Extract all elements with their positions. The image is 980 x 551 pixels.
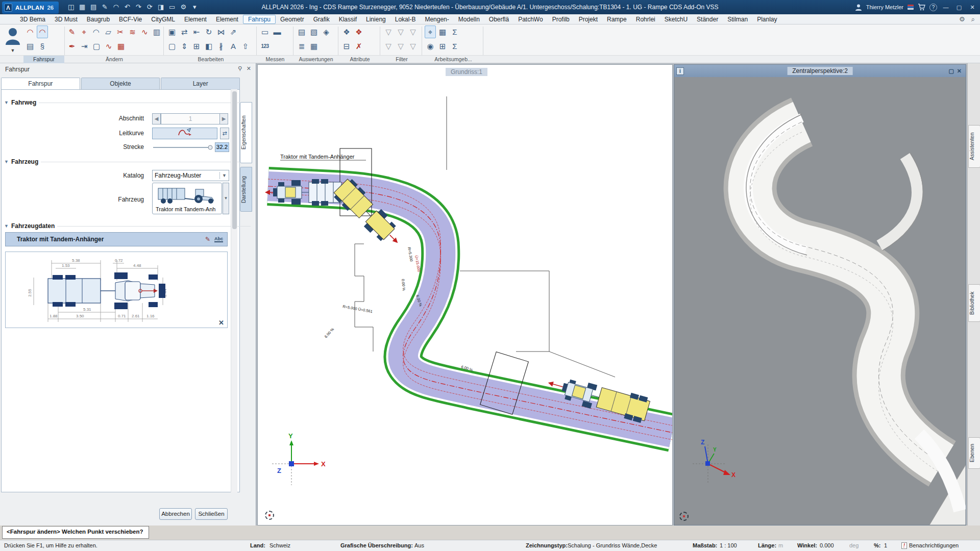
rotation-compass-icon[interactable] (679, 512, 689, 521)
palette-scrollbar[interactable] (231, 89, 237, 492)
menu-tab-sketchu[interactable]: SketchU (660, 15, 692, 23)
search-icon[interactable]: ⌕ (971, 15, 975, 23)
filter-element-icon[interactable]: ▽ (395, 26, 406, 38)
menu-tab-bcf-vie[interactable]: BCF-Vie (114, 15, 146, 23)
menu-tab-lokal-b[interactable]: Lokal-B (390, 15, 421, 23)
pin-icon[interactable]: ⚲ (238, 65, 242, 72)
shop-cart-icon[interactable] (918, 4, 925, 11)
grafische-ueberschreibung-value[interactable]: Aus (414, 542, 424, 548)
qat-more-icon[interactable]: ▾ (189, 2, 200, 12)
tools-icon[interactable]: ⚙ (178, 2, 188, 12)
viewport-maximize-icon[interactable]: ▢ (948, 68, 953, 74)
leitkurve-button[interactable] (152, 128, 217, 139)
pattern-grid-icon[interactable]: ▦ (115, 40, 127, 53)
shape-icon[interactable]: ▢ (166, 40, 178, 53)
cancel-button[interactable]: Abbrechen (159, 508, 192, 520)
legend-icon[interactable]: ▧ (308, 26, 320, 38)
menu-tab-modelln[interactable]: Modelln (454, 15, 484, 23)
move-icon[interactable]: ⇄ (179, 26, 190, 38)
filter-attribute-icon[interactable]: ▽ (407, 26, 419, 38)
grid-icon[interactable]: ▦ (437, 26, 448, 38)
open-project-icon[interactable]: ◫ (66, 2, 76, 12)
edit-pencil-icon[interactable]: ✎ (205, 236, 210, 243)
array-icon[interactable]: ⊞ (191, 40, 202, 53)
abschnitt-input[interactable]: 1 (161, 113, 220, 124)
track-point-icon[interactable]: ⌖ (425, 26, 436, 38)
abschnitt-prev-button[interactable]: ◀ (152, 113, 161, 124)
menu-tab-mengen-[interactable]: Mengen- (420, 15, 453, 23)
total-sum-icon[interactable]: Σ (449, 40, 460, 53)
tab-objekte[interactable]: Objekte (81, 78, 160, 90)
close-dialog-button[interactable]: Schließen (195, 508, 228, 520)
lift-icon[interactable]: ⇧ (240, 40, 251, 53)
attribute-delete-icon[interactable]: ✗ (353, 40, 364, 53)
menu-tab-profilb[interactable]: Profilb (548, 15, 574, 23)
connect-icon[interactable] (908, 5, 914, 10)
section-fahrzeug[interactable]: ▼ Fahrzeug (4, 158, 251, 165)
tab-bibliothek[interactable]: Bibliothek (968, 284, 980, 322)
edit-point-icon[interactable]: ⌖ (79, 26, 90, 38)
avatar-dropdown-icon[interactable]: ▼ (11, 48, 15, 53)
attribute-remove-icon[interactable]: ⊟ (341, 40, 352, 53)
maximize-button[interactable]: ▢ (954, 4, 964, 11)
abschnitt-next-button[interactable]: ▶ (219, 113, 228, 124)
schedule-icon[interactable]: ▦ (308, 40, 320, 53)
tab-ebenen[interactable]: Ebenen (968, 437, 980, 469)
perspective-canvas[interactable]: Z Y X (674, 77, 966, 525)
pencil-icon[interactable]: ✎ (66, 26, 78, 38)
mirror-icon[interactable]: ⋈ (215, 26, 227, 38)
strecke-slider[interactable] (152, 144, 213, 151)
zeichnungstyp-value[interactable]: Schalung - Grundriss Wände,Decke (568, 542, 657, 548)
tape-measure-icon[interactable]: ▬ (272, 26, 283, 38)
parallel-icon[interactable]: ∦ (215, 40, 227, 53)
menu-tab-rohrlei[interactable]: Rohrlei (631, 15, 660, 23)
scissors-icon[interactable]: ✂ (115, 26, 126, 38)
section-fahrzeugdaten[interactable]: ▼ Fahrzeugdaten (4, 222, 251, 230)
menu-tab-projekt[interactable]: Projekt (574, 15, 602, 23)
minimize-button[interactable]: — (941, 4, 950, 10)
window-layout-icon[interactable]: ▦ (77, 2, 87, 12)
user-name[interactable]: Thierry Metzler (866, 4, 903, 10)
viewport-grundriss[interactable]: Grundriss:1 (257, 64, 673, 525)
prompt-text[interactable]: <Fahrspur ändern> Welchen Punkt verschie… (2, 526, 149, 539)
user-icon[interactable] (855, 4, 862, 11)
collapse-icon[interactable]: ▼ (4, 223, 9, 229)
filter-type-icon[interactable]: ▽ (407, 40, 419, 53)
plan-canvas[interactable]: Traktor mit Tandem-Anhänger R=5.300 Ü=15… (258, 65, 672, 525)
image-icon[interactable]: ◨ (156, 2, 166, 12)
notifications-button[interactable]: !Benachrichtigungen (901, 542, 959, 549)
attribute-assign-icon[interactable]: ❖ (341, 26, 352, 38)
fillet-icon[interactable]: ▱ (103, 26, 114, 38)
collapse-icon[interactable]: ▼ (4, 100, 9, 105)
report-icon[interactable]: ▤ (296, 26, 307, 38)
spline-edit-icon[interactable]: ∿ (139, 26, 151, 38)
viewport-perspektive[interactable]: i Zentralperspektive:2 ▢ ✕ (674, 64, 966, 525)
copy-icon[interactable]: ▣ (166, 26, 178, 38)
text-style-icon[interactable]: A (228, 40, 239, 53)
numbering-icon[interactable]: 123 (259, 40, 271, 53)
page-icon[interactable]: ▭ (167, 2, 177, 12)
menu-tab-patchwo[interactable]: PatchWo (513, 15, 547, 23)
extend-line-icon[interactable]: ⇥ (79, 40, 90, 53)
filter-layer-icon[interactable]: ▽ (383, 40, 394, 53)
viewport-close-icon[interactable]: ✕ (957, 68, 962, 74)
fahrspur-create-icon[interactable]: ◠ (24, 26, 36, 38)
fahrspur-catalog-icon[interactable]: ▤ (24, 40, 36, 53)
rotate-icon[interactable]: ↻ (203, 26, 214, 38)
undo-icon[interactable]: ↶ (122, 2, 132, 12)
save-icon[interactable]: ▤ (88, 2, 99, 12)
document-edit-icon[interactable]: ✎ (100, 2, 110, 12)
resize-icon[interactable]: ⇗ (228, 26, 239, 38)
align-icon[interactable]: ⇤ (191, 26, 202, 38)
attribute-modify-icon[interactable]: ❖ (353, 26, 364, 38)
filter-color-icon[interactable]: ▽ (395, 40, 406, 53)
sum-icon[interactable]: Σ (449, 26, 460, 38)
label-icon[interactable]: ◈ (321, 26, 332, 38)
ruler-icon[interactable]: ▭ (259, 26, 271, 38)
abc-rename-icon[interactable]: Abc (214, 236, 223, 242)
menu-tab-3d-bema[interactable]: 3D Bema (15, 15, 50, 23)
page-edit-icon[interactable]: ▢ (91, 40, 102, 53)
tab-darstellung[interactable]: Darstellung (240, 167, 252, 212)
percent-value[interactable]: 1 (884, 542, 887, 548)
katalog-dropdown[interactable]: Fahrzeug-Muster ▼ (152, 170, 229, 181)
